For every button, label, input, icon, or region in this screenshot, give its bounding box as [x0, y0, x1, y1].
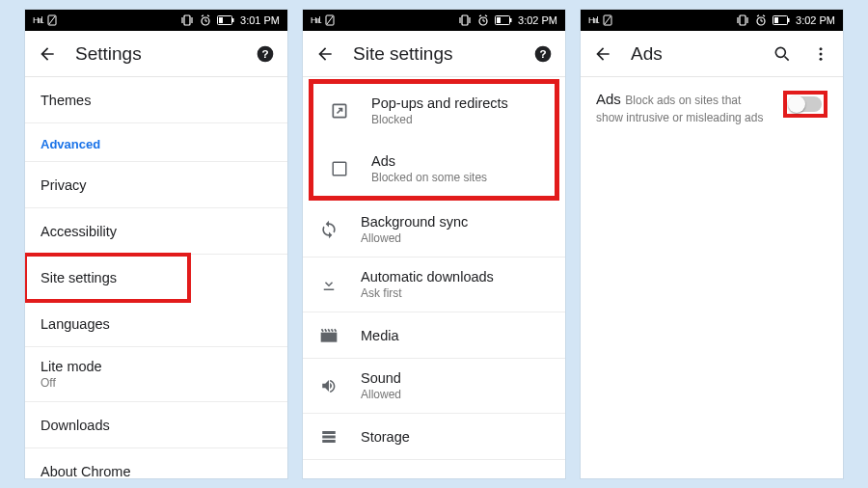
- svg-rect-2: [184, 15, 190, 25]
- svg-rect-48: [774, 17, 778, 23]
- no-sim-icon: [603, 14, 612, 26]
- phone-settings: H ııl. 3:01 PM S: [25, 10, 287, 478]
- svg-line-9: [207, 15, 209, 16]
- site-item-sound[interactable]: SoundAllowed: [303, 359, 565, 414]
- svg-line-50: [785, 56, 789, 60]
- help-icon[interactable]: ?: [255, 44, 276, 64]
- battery-icon: [773, 15, 790, 25]
- svg-rect-11: [232, 18, 234, 22]
- signal-icon: H ııl.: [588, 15, 599, 25]
- svg-rect-26: [510, 18, 512, 22]
- phone-site-settings: H ııl. 3:02 PM Site settings ? Pop-ups a…: [303, 10, 565, 478]
- svg-rect-32: [321, 332, 338, 341]
- svg-line-8: [202, 15, 203, 16]
- ads-label: Ads: [596, 91, 621, 107]
- phone-ads: H ııl. 3:02 PM Ads Ads Block ads on site…: [581, 10, 843, 478]
- svg-line-16: [327, 16, 333, 24]
- svg-rect-33: [322, 431, 336, 434]
- storage-icon: [318, 428, 339, 446]
- page-title: Ads: [631, 43, 754, 65]
- clock-text: 3:02 PM: [518, 14, 557, 26]
- app-bar: Settings ?: [25, 31, 287, 77]
- svg-rect-31: [333, 162, 346, 176]
- download-icon: [318, 276, 339, 293]
- battery-icon: [217, 15, 234, 25]
- status-bar: H ııl. 3:01 PM: [25, 10, 287, 31]
- settings-item-lite-mode[interactable]: Lite modeOff: [25, 347, 287, 402]
- sound-icon: [318, 377, 339, 394]
- svg-rect-35: [322, 440, 336, 443]
- svg-text:?: ?: [261, 47, 268, 60]
- svg-rect-12: [219, 17, 223, 23]
- clock-text: 3:01 PM: [240, 14, 280, 26]
- settings-item-themes[interactable]: Themes: [25, 77, 287, 123]
- svg-rect-27: [497, 17, 501, 23]
- help-icon[interactable]: ?: [532, 44, 554, 64]
- back-icon[interactable]: [592, 44, 613, 64]
- status-bar: H ııl. 3:02 PM: [303, 10, 565, 31]
- svg-point-52: [820, 52, 823, 55]
- signal-icon: H ııl.: [33, 15, 43, 25]
- settings-item-languages[interactable]: Languages: [25, 301, 287, 347]
- site-item-storage[interactable]: Storage: [303, 414, 565, 460]
- clock-text: 3:02 PM: [796, 14, 835, 26]
- settings-item-accessibility[interactable]: Accessibility: [25, 208, 287, 255]
- svg-line-44: [757, 15, 759, 16]
- svg-line-45: [763, 15, 765, 16]
- section-advanced: Advanced: [25, 123, 287, 162]
- svg-rect-47: [788, 18, 790, 22]
- signal-icon: H ııl.: [311, 15, 321, 25]
- site-item-popups[interactable]: Pop-ups and redirectsBlocked: [313, 84, 555, 138]
- svg-rect-34: [322, 435, 336, 438]
- app-bar: Ads: [581, 31, 843, 77]
- overflow-icon[interactable]: [810, 45, 831, 63]
- svg-point-49: [775, 47, 785, 57]
- svg-text:?: ?: [539, 47, 546, 60]
- highlight-popups-ads: Pop-ups and redirectsBlocked AdsBlocked …: [309, 79, 559, 201]
- sync-icon: [318, 220, 339, 239]
- site-item-media[interactable]: Media: [303, 312, 565, 359]
- settings-item-downloads[interactable]: Downloads: [25, 402, 287, 448]
- svg-line-23: [479, 15, 481, 16]
- svg-line-1: [49, 16, 55, 24]
- vibrate-icon: [180, 14, 194, 26]
- settings-item-about-chrome[interactable]: About Chrome: [25, 448, 287, 478]
- settings-item-site-settings[interactable]: Site settings: [25, 255, 189, 301]
- svg-line-24: [485, 15, 487, 16]
- page-title: Settings: [75, 43, 237, 65]
- ads-toggle-row[interactable]: Ads Block ads on sites that show intrusi…: [581, 77, 843, 139]
- vibrate-icon: [458, 14, 472, 26]
- battery-icon: [495, 15, 512, 25]
- alarm-icon: [755, 14, 767, 26]
- search-icon[interactable]: [772, 44, 793, 64]
- ads-description: Block ads on sites that show intrusive o…: [596, 94, 763, 124]
- highlight-toggle: [783, 91, 827, 118]
- settings-item-privacy[interactable]: Privacy: [25, 162, 287, 208]
- svg-line-37: [605, 16, 610, 24]
- ads-toggle[interactable]: [789, 96, 822, 112]
- svg-rect-17: [462, 15, 468, 25]
- site-item-background-sync[interactable]: Background syncAllowed: [303, 203, 565, 258]
- media-icon: [318, 327, 339, 344]
- status-bar: H ııl. 3:02 PM: [581, 10, 843, 31]
- page-title: Site settings: [353, 43, 515, 65]
- back-icon[interactable]: [37, 44, 58, 64]
- site-item-automatic-downloads[interactable]: Automatic downloadsAsk first: [303, 258, 565, 312]
- site-item-ads[interactable]: AdsBlocked on some sites: [313, 138, 555, 196]
- alarm-icon: [200, 14, 211, 26]
- alarm-icon: [477, 14, 489, 26]
- back-icon[interactable]: [314, 44, 336, 64]
- no-sim-icon: [325, 14, 335, 26]
- svg-point-53: [820, 57, 823, 60]
- svg-rect-38: [740, 15, 746, 25]
- no-sim-icon: [47, 14, 57, 26]
- svg-point-51: [820, 47, 823, 50]
- ads-icon: [329, 160, 350, 177]
- app-bar: Site settings ?: [303, 31, 565, 77]
- vibrate-icon: [736, 14, 749, 26]
- popup-icon: [329, 101, 350, 121]
